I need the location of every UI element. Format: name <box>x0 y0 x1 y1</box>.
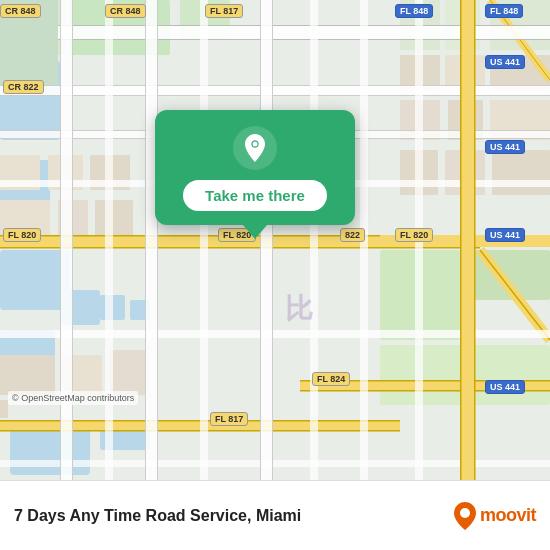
road-label-fl817-top: FL 817 <box>205 4 243 18</box>
svg-rect-22 <box>0 355 55 395</box>
copyright-text: © OpenStreetMap contributors <box>8 391 138 405</box>
moovit-text: moovit <box>480 505 536 526</box>
road-label-fl817-bottom: FL 817 <box>210 412 248 426</box>
popup-card: Take me there <box>155 110 355 225</box>
road-label-us441-top: US 441 <box>485 55 525 69</box>
road-label-cr848-left: CR 848 <box>0 4 41 18</box>
map-decoration-text: 比 <box>285 290 313 328</box>
location-pin-icon <box>233 126 277 170</box>
road-label-us441-bot: US 441 <box>485 380 525 394</box>
bottom-bar: 7 Days Any Time Road Service, Miami moov… <box>0 480 550 550</box>
moovit-logo: moovit <box>454 502 536 530</box>
svg-rect-75 <box>474 0 476 480</box>
svg-rect-64 <box>60 0 72 480</box>
svg-rect-74 <box>460 0 462 480</box>
svg-rect-65 <box>60 0 61 480</box>
svg-point-85 <box>460 508 470 518</box>
svg-rect-3 <box>0 250 70 310</box>
svg-rect-37 <box>492 150 550 195</box>
road-label-fl820-right: FL 820 <box>395 228 433 242</box>
road-label-fl848-top2: FL 848 <box>485 4 523 18</box>
svg-rect-76 <box>105 0 113 480</box>
road-label-fl820-left: FL 820 <box>3 228 41 242</box>
svg-rect-66 <box>72 0 73 480</box>
map-container: CR 848 CR 848 FL 817 FL 848 FL 848 US 44… <box>0 0 550 480</box>
road-label-fl824: FL 824 <box>312 372 350 386</box>
moovit-pin-icon <box>454 502 476 530</box>
svg-rect-69 <box>157 0 158 480</box>
svg-rect-21 <box>95 200 133 240</box>
road-label-us441-mid2: US 441 <box>485 228 525 242</box>
svg-rect-70 <box>260 0 272 480</box>
svg-rect-78 <box>310 0 318 480</box>
svg-rect-71 <box>260 0 261 480</box>
svg-rect-68 <box>145 0 146 480</box>
road-label-fl848-top1: FL 848 <box>395 4 433 18</box>
business-name: 7 Days Any Time Road Service, Miami <box>14 507 444 525</box>
road-label-cr822: CR 822 <box>3 80 44 94</box>
svg-rect-72 <box>272 0 273 480</box>
svg-rect-24 <box>110 350 145 395</box>
road-label-cr848-right: CR 848 <box>105 4 146 18</box>
road-label-fl822: 822 <box>340 228 365 242</box>
svg-point-84 <box>253 142 258 147</box>
road-label-us441-mid1: US 441 <box>485 140 525 154</box>
svg-rect-77 <box>200 0 208 480</box>
take-me-there-button[interactable]: Take me there <box>183 180 327 211</box>
svg-rect-67 <box>145 0 157 480</box>
svg-rect-25 <box>0 400 8 418</box>
svg-rect-73 <box>460 0 474 480</box>
